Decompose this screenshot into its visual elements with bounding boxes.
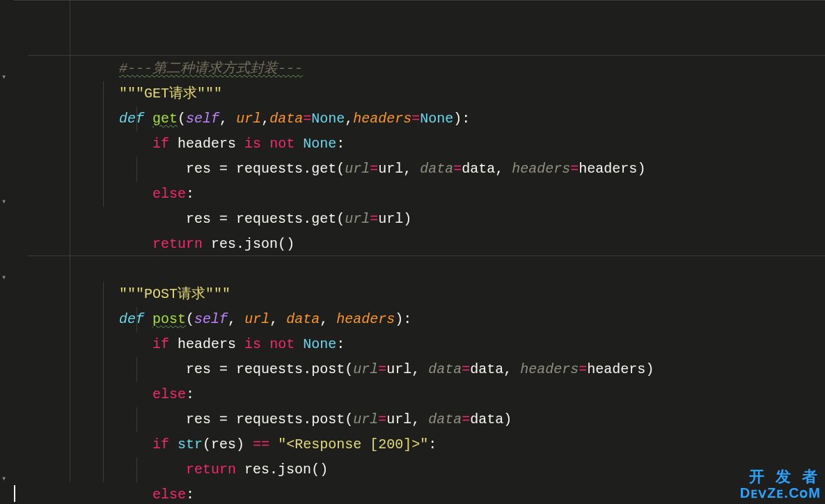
code-line[interactable]: res = requests.get(url=url) xyxy=(14,157,825,182)
indent-guide xyxy=(103,157,104,182)
fold-icon[interactable]: ▾ xyxy=(1,65,11,74)
code-line[interactable]: if headers is not None: xyxy=(14,81,825,107)
indent-guide xyxy=(70,31,70,56)
indent-guide xyxy=(70,56,70,81)
indent-guide xyxy=(103,332,104,357)
indent-guide xyxy=(70,282,70,307)
code-line[interactable]: #---第二种请求方式封装--- xyxy=(14,0,825,31)
indent-guide xyxy=(70,432,70,457)
indent-guide xyxy=(70,407,70,432)
indent-guide xyxy=(136,457,137,482)
fold-icon[interactable]: ▾ xyxy=(1,466,11,476)
indent-guide xyxy=(70,0,70,31)
indent-guide xyxy=(136,357,137,382)
indent-guide xyxy=(136,307,137,332)
indent-guide xyxy=(70,132,70,157)
indent-guide xyxy=(70,232,70,257)
code-line[interactable]: return res.text() xyxy=(14,457,825,482)
fold-icon[interactable]: ▾ xyxy=(1,265,11,275)
indent-guide xyxy=(70,182,70,207)
code-line[interactable]: """GET请求""" xyxy=(14,31,825,56)
code-line[interactable]: res = requests.post(url=url, data=data) xyxy=(14,357,825,382)
indent-guide xyxy=(103,107,104,132)
indent-guide xyxy=(70,357,70,382)
indent-guide xyxy=(103,182,104,207)
separator-line xyxy=(28,55,825,56)
code-line[interactable]: def post(self, url, data, headers): xyxy=(14,257,825,282)
indent-guide xyxy=(70,157,70,182)
indent-guide xyxy=(70,332,70,357)
code-line[interactable]: return res.json() xyxy=(14,182,825,207)
indent-guide xyxy=(70,382,70,407)
code-line[interactable]: res = requests.get(url=url, data=data, h… xyxy=(14,107,825,132)
code-line[interactable]: else: xyxy=(14,332,825,357)
code-line[interactable] xyxy=(14,207,825,232)
indent-guide xyxy=(70,307,70,332)
indent-guide xyxy=(103,307,104,332)
indent-guide xyxy=(103,407,104,432)
indent-guide xyxy=(136,107,137,132)
code-line[interactable]: if headers is not None: xyxy=(14,282,825,307)
code-line[interactable]: if str(res) == "<Response [200]>": xyxy=(14,382,825,407)
indent-guide xyxy=(70,457,70,482)
code-line[interactable]: return res.json() xyxy=(14,407,825,432)
indent-guide xyxy=(103,81,104,107)
indent-guide xyxy=(70,81,70,107)
code-line[interactable] xyxy=(14,482,825,502)
code-line[interactable]: else: xyxy=(14,132,825,157)
text-cursor xyxy=(14,485,15,502)
indent-guide xyxy=(103,457,104,482)
indent-guide xyxy=(103,357,104,382)
code-line[interactable]: def get(self, url,data=None,headers=None… xyxy=(14,56,825,81)
indent-guide xyxy=(70,257,70,282)
fold-icon[interactable]: ▾ xyxy=(1,189,11,199)
code-area[interactable]: #---第二种请求方式封装--- """GET请求""" def get(sel… xyxy=(14,0,825,504)
indent-guide xyxy=(103,382,104,407)
indent-guide xyxy=(70,107,70,132)
code-line[interactable]: """POST请求""" xyxy=(14,232,825,257)
indent-guide xyxy=(136,157,137,182)
indent-guide xyxy=(103,432,104,457)
indent-guide xyxy=(136,407,137,432)
indent-guide xyxy=(103,132,104,157)
gutter: ▾ ▾ ▾ ▾ xyxy=(0,0,14,504)
code-line[interactable]: else: xyxy=(14,432,825,457)
separator-line xyxy=(28,255,825,256)
code-line[interactable]: res = requests.post(url=url, data=data, … xyxy=(14,307,825,332)
indent-guide xyxy=(70,207,70,232)
code-editor[interactable]: ▾ ▾ ▾ ▾ #---第二种请求方式封装--- """GET请求""" def… xyxy=(0,0,825,504)
indent-guide xyxy=(103,282,104,307)
